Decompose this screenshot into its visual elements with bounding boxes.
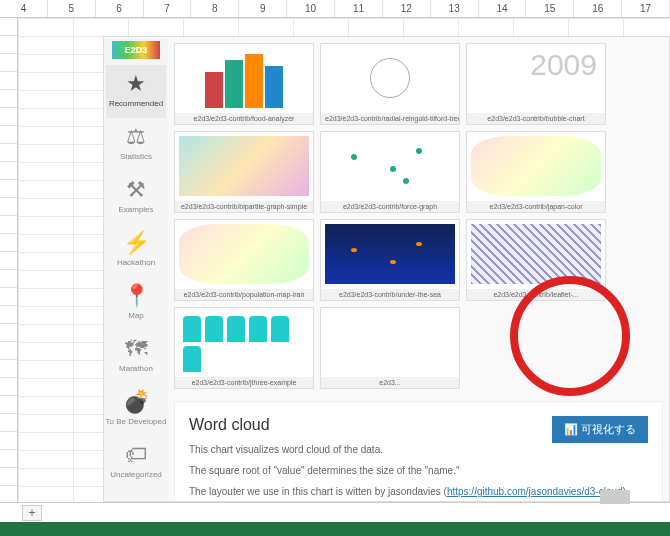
col-header[interactable]: 8 bbox=[191, 0, 239, 17]
thumbnail-caption: e2d3... bbox=[321, 377, 459, 388]
sidebar-item-map[interactable]: 📍Map bbox=[106, 277, 167, 330]
chart-thumbnail[interactable]: e2d3/e2d3-contrib/leaflet-... bbox=[466, 219, 606, 301]
col-header[interactable]: 10 bbox=[287, 0, 335, 17]
grid-area: E2D3 ★Recommended⚖Statistics⚒Examples⚡Ha… bbox=[0, 18, 670, 502]
row-header[interactable] bbox=[0, 36, 17, 54]
row-header[interactable] bbox=[0, 144, 17, 162]
detail-panel: 📊 可視化する Word cloud This chart visualizes… bbox=[174, 401, 663, 501]
row-header[interactable] bbox=[0, 216, 17, 234]
thumbnail-caption: e2d3/e2d3-contrib/food-analyzer bbox=[175, 113, 313, 124]
row-header[interactable] bbox=[0, 252, 17, 270]
horizontal-scrollbar[interactable] bbox=[470, 490, 630, 506]
col-header[interactable]: 11 bbox=[335, 0, 383, 17]
row-header[interactable] bbox=[0, 90, 17, 108]
recommended-icon: ★ bbox=[106, 71, 167, 97]
examples-icon: ⚒ bbox=[106, 177, 167, 203]
sidebar-item-hackathon[interactable]: ⚡Hackathon bbox=[106, 224, 167, 277]
to-be-developed-icon: 💣 bbox=[106, 389, 167, 415]
sidebar-item-label: Hackathon bbox=[106, 258, 167, 267]
sidebar-item-recommended[interactable]: ★Recommended bbox=[106, 65, 167, 118]
col-header[interactable]: 7 bbox=[144, 0, 192, 17]
logo: E2D3 bbox=[112, 41, 160, 59]
sidebar-item-marathon[interactable]: 🗺Marathon bbox=[106, 330, 167, 383]
col-header[interactable]: 13 bbox=[431, 0, 479, 17]
row-header[interactable] bbox=[0, 198, 17, 216]
row-header[interactable] bbox=[0, 306, 17, 324]
col-header[interactable]: 6 bbox=[96, 0, 144, 17]
hackathon-icon: ⚡ bbox=[106, 230, 167, 256]
thumbnail-caption: e2d3/e2d3-contrib/radial-reingold-tilfor… bbox=[321, 113, 459, 124]
thumbnail-caption: e2d3/e2d3-contrib/under-the-sea bbox=[321, 289, 459, 300]
col-header[interactable]: 15 bbox=[526, 0, 574, 17]
sidebar-item-label: To Be Developed bbox=[106, 417, 167, 426]
row-header[interactable] bbox=[0, 288, 17, 306]
chart-thumbnail[interactable]: e2d3/e2d3-contrib/bipartite-graph-simple bbox=[174, 131, 314, 213]
status-bar bbox=[0, 522, 670, 536]
detail-p1: This chart visualizes word cloud of the … bbox=[189, 442, 648, 457]
col-header[interactable]: 9 bbox=[239, 0, 287, 17]
row-header[interactable] bbox=[0, 180, 17, 198]
thumbnail-caption: e2d3/e2d3-contrib/population-map-iran bbox=[175, 289, 313, 300]
row-header[interactable] bbox=[0, 234, 17, 252]
col-header[interactable]: 16 bbox=[574, 0, 622, 17]
col-header[interactable]: 14 bbox=[479, 0, 527, 17]
marathon-icon: 🗺 bbox=[106, 336, 167, 362]
chart-thumbnail[interactable]: e2d3/e2d3-contrib/force-graph bbox=[320, 131, 460, 213]
row-header[interactable] bbox=[0, 342, 17, 360]
thumbnail-caption: e2d3/e2d3-contrib/bipartite-graph-simple bbox=[175, 201, 313, 212]
row-header[interactable] bbox=[0, 270, 17, 288]
row-header[interactable] bbox=[0, 414, 17, 432]
row-header[interactable] bbox=[0, 450, 17, 468]
statistics-icon: ⚖ bbox=[106, 124, 167, 150]
sidebar-item-to-be-developed[interactable]: 💣To Be Developed bbox=[106, 383, 167, 436]
chart-thumbnail[interactable]: e2d3/e2d3-contrib/jthree-example bbox=[174, 307, 314, 389]
content: e2d3/e2d3-contrib/food-analyzere2d3/e2d3… bbox=[168, 37, 669, 501]
uncategorized-icon: 🏷 bbox=[106, 442, 167, 468]
sheet-tabs: + bbox=[0, 502, 670, 522]
add-sheet-button[interactable]: + bbox=[22, 505, 42, 521]
chart-thumbnail[interactable]: e2d3/e2d3-contrib/japan-color bbox=[466, 131, 606, 213]
sidebar-item-label: Examples bbox=[106, 205, 167, 214]
col-header[interactable]: 5 bbox=[48, 0, 96, 17]
row-header[interactable] bbox=[0, 324, 17, 342]
row-header[interactable] bbox=[0, 432, 17, 450]
thumb-grid: e2d3/e2d3-contrib/food-analyzere2d3/e2d3… bbox=[168, 37, 669, 395]
row-header[interactable] bbox=[0, 378, 17, 396]
row-header[interactable] bbox=[0, 18, 17, 36]
detail-p2: The square root of "value" determines th… bbox=[189, 463, 648, 478]
chart-thumbnail[interactable]: e2d3/e2d3-contrib/radial-reingold-tilfor… bbox=[320, 43, 460, 125]
col-header[interactable]: 4 bbox=[0, 0, 48, 17]
sidebar-item-uncategorized[interactable]: 🏷Uncategorized bbox=[106, 436, 167, 489]
row-header[interactable] bbox=[0, 396, 17, 414]
row-header[interactable] bbox=[0, 468, 17, 486]
thumbnail-caption: e2d3/e2d3-contrib/jthree-example bbox=[175, 377, 313, 388]
sidebar-item-label: Recommended bbox=[106, 99, 167, 108]
row-header[interactable] bbox=[0, 162, 17, 180]
sidebar-item-label: Uncategorized bbox=[106, 470, 167, 479]
thumbnail-caption: e2d3/e2d3-contrib/leaflet-... bbox=[467, 289, 605, 300]
cells[interactable]: E2D3 ★Recommended⚖Statistics⚒Examples⚡Ha… bbox=[18, 18, 670, 502]
sidebar-item-statistics[interactable]: ⚖Statistics bbox=[106, 118, 167, 171]
row-header[interactable] bbox=[0, 126, 17, 144]
chart-thumbnail[interactable]: e2d3/e2d3-contrib/under-the-sea bbox=[320, 219, 460, 301]
row-headers bbox=[0, 18, 18, 502]
thumbnail-caption: e2d3/e2d3-contrib/bubble-chart bbox=[467, 113, 605, 124]
row-header[interactable] bbox=[0, 54, 17, 72]
chart-thumbnail[interactable]: 2009e2d3/e2d3-contrib/bubble-chart bbox=[466, 43, 606, 125]
row-header[interactable] bbox=[0, 72, 17, 90]
sidebar-item-examples[interactable]: ⚒Examples bbox=[106, 171, 167, 224]
column-headers: 4567891011121314151617 bbox=[0, 0, 670, 18]
col-header[interactable]: 12 bbox=[383, 0, 431, 17]
chart-thumbnail[interactable]: e2d3... bbox=[320, 307, 460, 389]
sidebar-item-label: Map bbox=[106, 311, 167, 320]
chart-thumbnail[interactable]: e2d3/e2d3-contrib/population-map-iran bbox=[174, 219, 314, 301]
row-header[interactable] bbox=[0, 108, 17, 126]
col-header[interactable]: 17 bbox=[622, 0, 670, 17]
thumbnail-caption: e2d3/e2d3-contrib/force-graph bbox=[321, 201, 459, 212]
chart-thumbnail[interactable]: e2d3/e2d3-contrib/food-analyzer bbox=[174, 43, 314, 125]
sidebar-item-label: Statistics bbox=[106, 152, 167, 161]
row-header[interactable] bbox=[0, 360, 17, 378]
sidebar: E2D3 ★Recommended⚖Statistics⚒Examples⚡Ha… bbox=[104, 37, 168, 501]
e2d3-panel: E2D3 ★Recommended⚖Statistics⚒Examples⚡Ha… bbox=[103, 36, 670, 502]
visualize-button[interactable]: 📊 可視化する bbox=[552, 416, 648, 443]
